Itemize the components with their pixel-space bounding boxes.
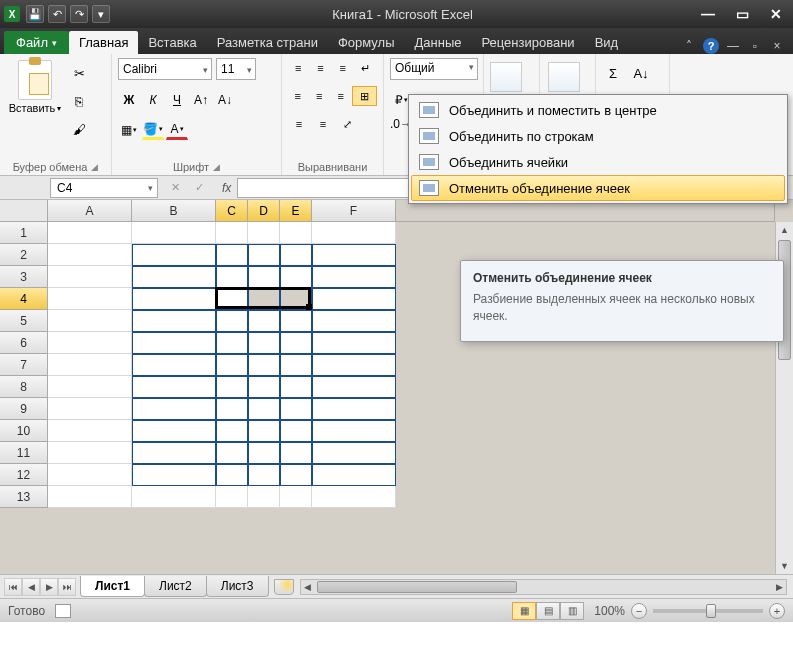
cell[interactable] [312, 244, 396, 266]
cell[interactable] [312, 332, 396, 354]
hscroll-thumb[interactable] [317, 581, 517, 593]
zoom-in-button[interactable]: + [769, 603, 785, 619]
minimize-button[interactable]: — [695, 5, 721, 23]
cell[interactable] [132, 376, 216, 398]
row-header-6[interactable]: 6 [0, 332, 48, 354]
sort-filter-icon[interactable]: A↓ [630, 62, 652, 84]
column-header-C[interactable]: C [216, 200, 248, 222]
cell[interactable] [48, 310, 132, 332]
help-icon[interactable]: ? [703, 38, 719, 54]
italic-button[interactable]: К [142, 90, 164, 110]
menu-merge-across[interactable]: Объединить по строкам [411, 123, 785, 149]
row-header-7[interactable]: 7 [0, 354, 48, 376]
cell[interactable] [248, 420, 280, 442]
scroll-up-icon[interactable]: ▲ [776, 222, 793, 238]
cell[interactable] [248, 266, 280, 288]
cell[interactable] [132, 420, 216, 442]
align-top-icon[interactable]: ≡ [288, 58, 308, 78]
menu-merge-center[interactable]: Объединить и поместить в центре [411, 97, 785, 123]
decrease-indent-icon[interactable]: ≡ [288, 114, 310, 134]
undo-icon[interactable]: ↶ [48, 5, 66, 23]
cell[interactable] [248, 398, 280, 420]
cell[interactable] [48, 464, 132, 486]
row-header-2[interactable]: 2 [0, 244, 48, 266]
column-header-F[interactable]: F [312, 200, 396, 222]
cell[interactable] [248, 244, 280, 266]
cell[interactable] [48, 288, 132, 310]
cell[interactable] [280, 222, 312, 244]
cell[interactable] [216, 442, 248, 464]
cell[interactable] [216, 398, 248, 420]
cell[interactable] [48, 398, 132, 420]
cell[interactable] [216, 222, 248, 244]
cell[interactable] [312, 376, 396, 398]
cut-icon[interactable]: ✂ [68, 62, 90, 84]
window-minimize-icon[interactable]: — [725, 38, 741, 54]
normal-view-icon[interactable]: ▦ [512, 602, 536, 620]
borders-button[interactable]: ▦ [118, 120, 140, 140]
cell[interactable] [280, 310, 312, 332]
row-header-10[interactable]: 10 [0, 420, 48, 442]
font-name-combo[interactable]: Calibri [118, 58, 212, 80]
row-header-9[interactable]: 9 [0, 398, 48, 420]
cell[interactable] [48, 486, 132, 508]
scroll-down-icon[interactable]: ▼ [776, 558, 793, 574]
cell[interactable] [48, 354, 132, 376]
tab-view[interactable]: Вид [585, 31, 629, 54]
row-header-1[interactable]: 1 [0, 222, 48, 244]
font-color-button[interactable]: A [166, 120, 188, 140]
cell[interactable] [280, 332, 312, 354]
cell[interactable] [280, 288, 312, 310]
cell[interactable] [132, 442, 216, 464]
menu-unmerge-cells[interactable]: Отменить объединение ячеек [411, 175, 785, 201]
tab-formulas[interactable]: Формулы [328, 31, 405, 54]
cell[interactable] [132, 486, 216, 508]
enter-formula-icon[interactable]: ✓ [190, 179, 208, 197]
cell[interactable] [280, 266, 312, 288]
cell[interactable] [216, 464, 248, 486]
last-sheet-icon[interactable]: ⏭ [58, 578, 76, 596]
cell[interactable] [216, 420, 248, 442]
page-layout-view-icon[interactable]: ▤ [536, 602, 560, 620]
zoom-out-button[interactable]: − [631, 603, 647, 619]
horizontal-scrollbar[interactable]: ◀ ▶ [300, 579, 787, 595]
cell[interactable] [216, 354, 248, 376]
autosum-icon[interactable]: Σ [602, 62, 624, 84]
cell[interactable] [312, 442, 396, 464]
merge-button[interactable]: ⊞ [352, 86, 377, 106]
row-header-3[interactable]: 3 [0, 266, 48, 288]
row-header-5[interactable]: 5 [0, 310, 48, 332]
page-break-view-icon[interactable]: ▥ [560, 602, 584, 620]
menu-merge-cells[interactable]: Объединить ячейки [411, 149, 785, 175]
increase-font-icon[interactable]: A↑ [190, 90, 212, 110]
cell[interactable] [48, 222, 132, 244]
cell[interactable] [48, 244, 132, 266]
cell[interactable] [312, 222, 396, 244]
cell[interactable] [216, 310, 248, 332]
prev-sheet-icon[interactable]: ◀ [22, 578, 40, 596]
cell[interactable] [132, 332, 216, 354]
align-right-icon[interactable]: ≡ [331, 86, 350, 106]
cell[interactable] [248, 222, 280, 244]
maximize-button[interactable]: ▭ [729, 5, 755, 23]
select-all-button[interactable] [0, 200, 48, 222]
align-bottom-icon[interactable]: ≡ [333, 58, 353, 78]
cell[interactable] [312, 398, 396, 420]
tab-file[interactable]: Файл [4, 31, 69, 54]
font-size-combo[interactable]: 11 [216, 58, 256, 80]
tab-review[interactable]: Рецензировани [471, 31, 584, 54]
cell[interactable] [132, 288, 216, 310]
next-sheet-icon[interactable]: ▶ [40, 578, 58, 596]
cell[interactable] [312, 288, 396, 310]
window-restore-icon[interactable]: ▫ [747, 38, 763, 54]
row-header-13[interactable]: 13 [0, 486, 48, 508]
name-box[interactable]: C4 [50, 178, 158, 198]
cell[interactable] [248, 486, 280, 508]
cell[interactable] [132, 464, 216, 486]
cell[interactable] [132, 244, 216, 266]
cell[interactable] [248, 332, 280, 354]
sheet-tab-3[interactable]: Лист3 [206, 576, 269, 597]
align-middle-icon[interactable]: ≡ [310, 58, 330, 78]
new-sheet-button[interactable] [274, 579, 294, 595]
sheet-tab-1[interactable]: Лист1 [80, 576, 145, 597]
